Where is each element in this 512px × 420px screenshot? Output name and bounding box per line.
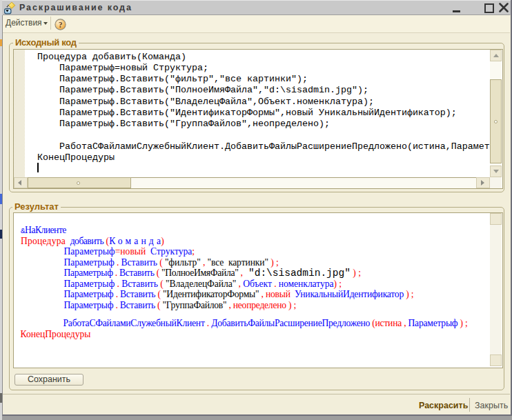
svg-text:?: ? [59, 21, 63, 29]
